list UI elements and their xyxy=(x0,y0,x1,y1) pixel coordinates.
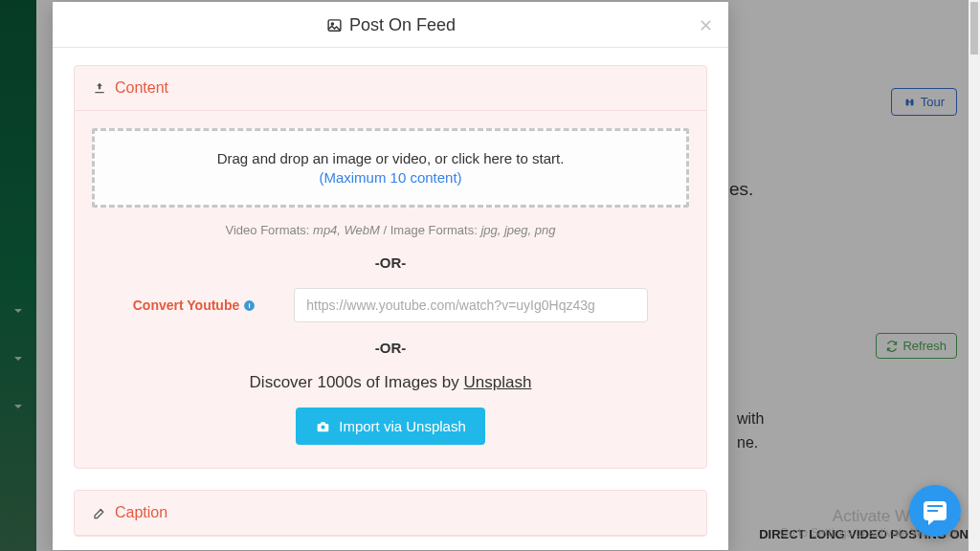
caption-section-title: Caption xyxy=(115,504,167,521)
caption-section: Caption xyxy=(74,490,707,537)
content-section-header: Content xyxy=(75,66,706,111)
convert-youtube-row: Convert Youtube i xyxy=(92,288,689,322)
post-on-feed-modal: Post On Feed ✕ Content Drag and drop an … xyxy=(53,2,728,550)
close-button[interactable]: ✕ xyxy=(699,15,713,36)
or-divider: -OR- xyxy=(92,254,689,271)
content-section-title: Content xyxy=(115,79,168,97)
modal-title: Post On Feed xyxy=(325,15,456,35)
upload-dropzone[interactable]: Drag and drop an image or video, or clic… xyxy=(92,128,689,208)
image-icon xyxy=(325,17,344,33)
camera-icon xyxy=(315,420,331,433)
chat-widget-button[interactable] xyxy=(909,485,961,537)
or-divider: -OR- xyxy=(92,340,689,356)
unsplash-link[interactable]: Unsplash xyxy=(464,373,532,391)
import-button-label: Import via Unsplash xyxy=(339,418,466,434)
modal-title-text: Post On Feed xyxy=(349,15,456,35)
chat-icon xyxy=(924,501,947,520)
convert-youtube-label: Convert Youtube i xyxy=(133,298,256,313)
import-unsplash-button[interactable]: Import via Unsplash xyxy=(296,408,485,445)
svg-text:i: i xyxy=(249,301,251,310)
modal-body: Content Drag and drop an image or video,… xyxy=(53,48,728,550)
upload-icon xyxy=(92,81,107,95)
caption-section-header: Caption xyxy=(75,491,706,536)
info-icon[interactable]: i xyxy=(243,299,256,312)
page-scrollbar[interactable] xyxy=(969,0,980,551)
content-section: Content Drag and drop an image or video,… xyxy=(74,65,707,469)
youtube-url-input[interactable] xyxy=(294,288,648,322)
svg-point-1 xyxy=(331,23,333,25)
edit-icon xyxy=(92,506,107,520)
formats-info: Video Formats: mp4, WebM / Image Formats… xyxy=(92,223,689,237)
unsplash-text: Discover 1000s of Images by Unsplash xyxy=(92,373,689,392)
dropzone-text: Drag and drop an image or video, or clic… xyxy=(104,150,677,166)
dropzone-subtext: (Maximum 10 content) xyxy=(104,169,677,186)
modal-header: Post On Feed ✕ xyxy=(53,2,728,48)
svg-point-4 xyxy=(322,425,325,429)
